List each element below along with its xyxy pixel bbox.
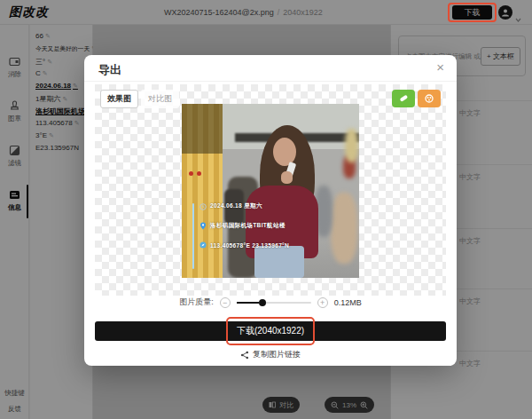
share-icon — [240, 351, 249, 360]
preview-area: 效果图 对比图 — [95, 84, 446, 296]
watermark-location-row: 洛杉矶国际机场TBIT航站楼 — [200, 222, 286, 230]
palette-icon — [424, 93, 434, 104]
dialog-title: 导出 — [98, 62, 121, 78]
copy-image-link[interactable]: 复制图片链接 — [84, 349, 457, 360]
close-icon[interactable]: × — [436, 60, 444, 74]
dialog-header: 导出 × — [84, 55, 457, 82]
quality-row: 图片质量: − + 0.12MB — [84, 296, 457, 308]
quality-slider[interactable] — [237, 302, 311, 304]
theme-green-button[interactable] — [392, 90, 415, 107]
theme-palette-button[interactable] — [418, 90, 441, 107]
quality-plus-button[interactable]: + — [317, 297, 328, 308]
preview-tabs: 效果图 对比图 — [100, 90, 179, 108]
location-pin-icon — [200, 222, 207, 230]
tab-effect[interactable]: 效果图 — [100, 90, 138, 108]
export-dialog: 导出 × 效果图 对比图 — [84, 55, 457, 366]
annotation-highlight-download — [448, 3, 497, 22]
file-size: 0.12MB — [334, 298, 362, 307]
clock-icon — [200, 203, 207, 210]
info-accent-bar — [192, 203, 194, 269]
quality-minus-button[interactable]: − — [220, 297, 231, 308]
compass-icon — [200, 241, 207, 249]
preview-image: 2024.06.18 星期六 洛杉矶国际机场TBIT航站楼 113.405678… — [182, 104, 359, 278]
watermark-coords-row: 113.405678°E 23.135967°N — [200, 241, 289, 249]
slider-handle[interactable] — [259, 299, 266, 306]
app-root: 图改改 WX20240715-162404@2x.png/2040x1922 下… — [0, 0, 532, 419]
brush-icon — [398, 93, 409, 104]
watermark-date-row: 2024.06.18 星期六 — [200, 202, 262, 210]
annotation-highlight-dialog-download — [226, 317, 315, 345]
quality-label: 图片质量: — [179, 296, 214, 308]
tab-compare[interactable]: 对比图 — [141, 90, 179, 108]
